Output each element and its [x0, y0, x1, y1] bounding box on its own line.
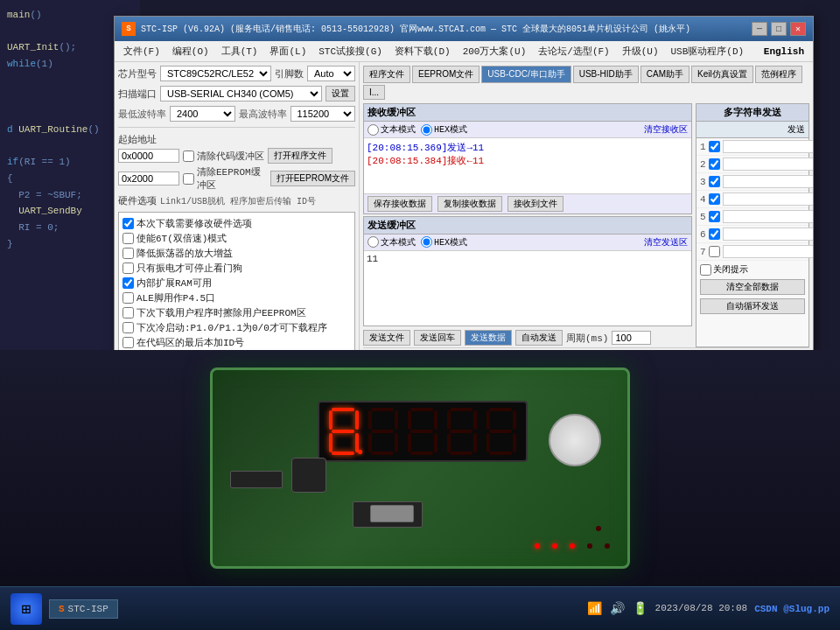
recv-hex-mode[interactable]: HEX模式	[421, 123, 467, 136]
mb-input-5[interactable]	[723, 228, 813, 241]
mb-check-5[interactable]	[709, 228, 720, 240]
open-eeprom-button[interactable]: 打开EEPROM文件	[270, 171, 355, 186]
option-2-check[interactable]	[122, 248, 134, 259]
menu-interface[interactable]: 界面(L)	[264, 43, 312, 60]
pin-select[interactable]: Auto	[307, 66, 355, 81]
tab-more[interactable]: I...	[363, 85, 385, 100]
mb-input-3[interactable]	[723, 192, 813, 206]
clear-eeprom-check[interactable]: 清除EEPROM缓冲区	[183, 165, 267, 192]
menu-upgrade[interactable]: 升级(U)	[617, 43, 664, 60]
port-select[interactable]: USB-SERIAL CH340 (COM5)	[160, 86, 322, 102]
mb-row-4: 5 □	[696, 208, 808, 226]
option-1-check[interactable]	[122, 233, 134, 244]
save-recv-file-btn[interactable]: 接收到文件	[508, 196, 564, 212]
led-1	[535, 543, 540, 549]
tab-cam[interactable]: CAM助手	[640, 66, 690, 83]
menu-file[interactable]: 文件(F)	[118, 43, 165, 60]
option-5: ALE脚用作P4.5口	[122, 290, 351, 305]
taskbar-app[interactable]: S STC-ISP	[49, 599, 118, 619]
open-prog-button[interactable]: 打开程序文件	[268, 148, 332, 164]
app-icon: S	[122, 22, 136, 36]
digit-4	[446, 407, 478, 456]
clear-code-check[interactable]: 清除代码缓冲区	[183, 150, 264, 163]
menu-bar: 文件(F) 编程(O) 工具(T) 界面(L) STC试接搜(G) 资料下载(D…	[115, 41, 813, 62]
seg-f-1	[329, 410, 332, 430]
mb-input-0[interactable]	[723, 140, 813, 153]
tab-examples[interactable]: 范例程序	[755, 66, 802, 83]
menu-program[interactable]: 编程(O)	[167, 43, 214, 60]
menu-english[interactable]: English	[759, 45, 809, 59]
auto-loop-btn[interactable]: 自动循环发送	[700, 298, 805, 314]
send-content[interactable]: 11	[364, 251, 691, 326]
chip-select[interactable]: STC89C52RC/LE52RC	[160, 66, 271, 81]
hardware-option: Link1/USB脱机 程序加密后传输 ID号	[160, 195, 316, 207]
tab-usb-hid[interactable]: USB-HID助手	[573, 66, 639, 83]
option-4-check[interactable]	[122, 277, 134, 289]
mb-check-4[interactable]	[709, 211, 720, 222]
recv-header: 接收缓冲区	[364, 104, 691, 122]
tab-usb-serial[interactable]: USB-CDC/串口助手	[481, 66, 570, 83]
mb-check-1[interactable]	[709, 158, 720, 170]
menu-download[interactable]: 资料下载(D)	[389, 43, 456, 60]
recv-text-mode[interactable]: 文本模式	[368, 123, 416, 136]
min-baud-select[interactable]: 2400	[170, 106, 235, 122]
window-controls: ─ □ ✕	[752, 22, 806, 36]
led-4	[587, 543, 592, 549]
menu-200w[interactable]: 200万大案(U)	[458, 43, 532, 60]
mb-check-2[interactable]	[709, 176, 720, 187]
copy-recv-btn[interactable]: 复制接收数据	[438, 196, 502, 212]
send-data-btn[interactable]: 发送数据	[465, 330, 512, 346]
mb-row-2: 3 □	[696, 173, 808, 191]
menu-forum[interactable]: 去论坛/选型(F)	[533, 43, 614, 60]
send-file-btn[interactable]: 发送文件	[363, 330, 410, 346]
battery-icon[interactable]: 🔋	[633, 601, 648, 617]
send-value: 11	[367, 254, 378, 264]
option-5-check[interactable]	[122, 292, 134, 304]
send-text-mode[interactable]: 文本模式	[368, 236, 416, 248]
mb-input-4[interactable]	[723, 210, 813, 223]
clear-all-btn[interactable]: 清空全部数据	[700, 279, 805, 295]
maximize-button[interactable]: □	[771, 22, 787, 36]
speed-row: 最低波特率 2400 最高波特率 115200	[118, 106, 355, 122]
clear-recv-btn[interactable]: 清空接收区	[644, 123, 688, 136]
addr2-input[interactable]	[118, 172, 179, 186]
close-button[interactable]: ✕	[790, 22, 806, 36]
chip-1	[230, 471, 283, 488]
period-input[interactable]	[612, 331, 651, 345]
option-6: 下次下载用户程序时擦除用户EEPROM区	[122, 305, 351, 320]
settings-button[interactable]: 设置	[326, 86, 355, 102]
auto-send-btn[interactable]: 自动发送	[515, 330, 563, 346]
start-button[interactable]: ⊞	[10, 593, 42, 625]
volume-icon[interactable]: 🔊	[610, 601, 626, 617]
mb-check-3[interactable]	[709, 193, 720, 205]
option-3-check[interactable]	[122, 262, 134, 274]
tab-eeprom[interactable]: EEPROM文件	[412, 66, 480, 83]
tab-program-file[interactable]: 程序文件	[363, 66, 410, 83]
tab-keil[interactable]: Keil仿真设置	[691, 66, 753, 83]
minimize-button[interactable]: ─	[752, 22, 767, 36]
max-baud-select[interactable]: 115200	[290, 106, 356, 122]
multi-byte-panel: 多字符串发送 发送 1 □ 2 □	[696, 103, 809, 347]
option-8-check[interactable]	[122, 337, 134, 348]
menu-stc-test[interactable]: STC试接搜(G)	[313, 43, 388, 60]
mb-check-6[interactable]	[709, 246, 720, 257]
option-0-check[interactable]	[122, 218, 134, 229]
menu-tools[interactable]: 工具(T)	[216, 43, 263, 60]
send-enter-btn[interactable]: 发送回车	[414, 330, 461, 346]
clear-send-btn[interactable]: 清空发送区	[644, 236, 688, 248]
option-6-check[interactable]	[122, 307, 134, 318]
send-hex-mode[interactable]: HEX模式	[421, 236, 467, 248]
mb-check-0[interactable]	[709, 141, 720, 152]
mb-input-1[interactable]	[723, 158, 813, 171]
wifi-icon[interactable]: 📶	[587, 601, 603, 617]
recv-options: 文本模式 HEX模式 清空接收区	[364, 122, 691, 138]
addr1-input[interactable]	[118, 149, 179, 163]
mb-input-6[interactable]	[723, 245, 813, 258]
mb-input-2[interactable]	[723, 175, 813, 188]
close-tip-label[interactable]: 关闭提示	[700, 263, 805, 276]
led-2	[552, 543, 557, 549]
menu-usb-driver[interactable]: USB驱动程序(D)	[666, 43, 750, 60]
addr-row1: 起始地址	[118, 133, 355, 146]
option-7-check[interactable]	[122, 322, 134, 333]
save-recv-btn[interactable]: 保存接收数据	[368, 196, 432, 212]
